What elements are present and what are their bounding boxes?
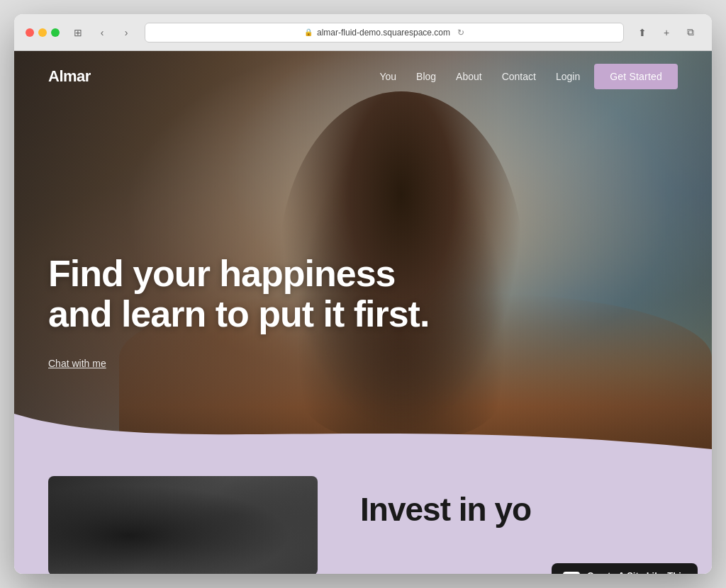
- squarespace-badge-text: Create A Site Like This Free trial. Inst…: [587, 570, 686, 574]
- get-started-button[interactable]: Get Started: [594, 64, 678, 89]
- nav-links: You Blog About Contact: [379, 70, 536, 83]
- new-tab-button[interactable]: +: [657, 23, 676, 43]
- nav-item-contact[interactable]: Contact: [502, 70, 536, 83]
- wave-separator: [14, 414, 712, 455]
- below-fold-headline: Invest in yo: [360, 490, 531, 528]
- traffic-lights: [26, 28, 60, 37]
- site-content: Almar You Blog About Contact Login: [14, 51, 712, 574]
- back-button[interactable]: ‹: [92, 23, 112, 43]
- squarespace-badge[interactable]: Create A Site Like This Free trial. Inst…: [552, 563, 698, 574]
- navbar: Almar You Blog About Contact Login: [14, 51, 712, 102]
- close-button[interactable]: [26, 28, 34, 37]
- nav-link-about[interactable]: About: [456, 71, 482, 82]
- squarespace-title: Create A Site Like This: [587, 570, 686, 574]
- hero-headline-line2: and learn to put it first.: [48, 293, 429, 334]
- browser-controls: ⊞ ‹ ›: [68, 23, 136, 43]
- hero-headline: Find your happiness and learn to put it …: [48, 254, 429, 334]
- share-button[interactable]: ⬆: [632, 23, 652, 43]
- nav-item-you[interactable]: You: [379, 70, 396, 83]
- browser-chrome: ⊞ ‹ › 🔒 almar-fluid-demo.squarespace.com…: [14, 14, 712, 51]
- nav-item-about[interactable]: About: [456, 70, 482, 83]
- url-text: almar-fluid-demo.squarespace.com: [317, 28, 450, 38]
- hero-headline-line1: Find your happiness: [48, 253, 396, 294]
- hero-cta-link[interactable]: Chat with me: [48, 358, 106, 369]
- nav-item-blog[interactable]: Blog: [416, 70, 436, 83]
- minimize-button[interactable]: [38, 28, 47, 37]
- maximize-button[interactable]: [51, 28, 60, 37]
- hero-text: Find your happiness and learn to put it …: [48, 254, 429, 370]
- site-logo[interactable]: Almar: [48, 67, 91, 86]
- browser-right-controls: ⬆ + ⧉: [632, 23, 700, 43]
- sidebar-toggle-button[interactable]: ⊞: [68, 23, 88, 43]
- below-fold-text: Invest in yo: [318, 476, 531, 528]
- squarespace-logo-icon: [563, 572, 580, 575]
- nav-link-you[interactable]: You: [379, 71, 396, 82]
- forward-button[interactable]: ›: [116, 23, 136, 43]
- hero-section: Almar You Blog About Contact Login: [14, 51, 712, 455]
- lock-icon: 🔒: [304, 28, 313, 36]
- below-fold-section: Invest in yo Create A Site Like This Fre…: [14, 455, 712, 574]
- below-fold-image: [48, 476, 318, 574]
- login-link[interactable]: Login: [556, 71, 580, 82]
- tabs-button[interactable]: ⧉: [681, 23, 700, 43]
- nav-link-blog[interactable]: Blog: [416, 71, 436, 82]
- reload-icon[interactable]: ↻: [457, 28, 464, 38]
- browser-window: ⊞ ‹ › 🔒 almar-fluid-demo.squarespace.com…: [14, 14, 712, 574]
- address-bar[interactable]: 🔒 almar-fluid-demo.squarespace.com ↻: [145, 23, 624, 43]
- nav-link-contact[interactable]: Contact: [502, 71, 536, 82]
